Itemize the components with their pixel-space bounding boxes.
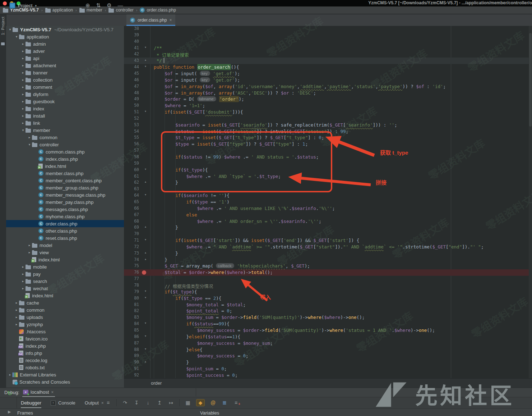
locate-icon[interactable]: ⊕ (85, 2, 90, 9)
code-line-56[interactable]: 56 $type = isset($_GET["type"]) ? $_GET[… (124, 141, 532, 147)
chevron-collapsed-icon[interactable]: ▸ (20, 56, 26, 60)
code-line-85[interactable]: 85 $money_success = $order->field('SUM(q… (124, 327, 532, 334)
chevron-collapsed-icon[interactable]: ▸ (14, 301, 19, 305)
rerun-icon[interactable]: ↻ (7, 390, 12, 397)
tree-item--htaccess[interactable]: .htaccess (6, 328, 124, 335)
code-line-40[interactable]: 40 (124, 38, 532, 45)
tree-item-controller[interactable]: ▾controller (6, 141, 124, 148)
code-line-54[interactable]: 54 $status = isset($_GET["status"]) ? in… (124, 128, 532, 135)
line-number[interactable]: 61 (124, 174, 139, 179)
tree-item-model[interactable]: ▸model (6, 242, 124, 249)
code-line-62[interactable]: 62▴ } (124, 179, 532, 186)
tree-item-view[interactable]: ▸view (6, 249, 124, 256)
tree-item-index-php[interactable]: index.php (6, 342, 124, 349)
line-number[interactable]: 51 (124, 109, 139, 114)
code-line-82[interactable]: 82 $point_total = 0; (124, 308, 532, 314)
code-line-47[interactable]: 47 $of = in_array($of, array('id','usern… (124, 83, 532, 90)
code-line-92[interactable]: 92 $point_success = 0; (124, 372, 532, 378)
tree-item-index[interactable]: ▸index (6, 105, 124, 112)
settings-gear-icon[interactable]: ⚙ (107, 2, 111, 9)
chevron-collapsed-icon[interactable]: ▸ (20, 107, 26, 110)
add-watch-icon[interactable]: ≡+ (233, 400, 239, 406)
tree-item-api[interactable]: ▸api (6, 55, 124, 62)
code-line-45[interactable]: 45 $of = input( key: 'get.of'); (124, 70, 532, 77)
chevron-expanded-icon[interactable]: ▾ (27, 143, 32, 146)
chevron-expanded-icon[interactable]: ▾ (14, 35, 19, 38)
tree-item-yzmcms-v5-7[interactable]: ▾YzmCMS-V5.7~/Downloads/YzmCMS-V5.7 (6, 26, 124, 33)
code-line-89[interactable]: 89 $money_success = 0; (124, 353, 532, 359)
step-out-icon[interactable]: ↥ (156, 400, 163, 406)
tree-item-member-class-php[interactable]: Cmember.class.php (6, 170, 124, 177)
line-number[interactable]: 87 (124, 340, 139, 346)
step-into-icon[interactable]: ↧ (133, 400, 140, 406)
line-number[interactable]: 52 (124, 116, 139, 121)
line-number[interactable]: 68 (124, 219, 139, 224)
line-number[interactable]: 63 (124, 186, 139, 191)
line-number[interactable]: 40 (124, 39, 139, 44)
tree-item-yzmphp[interactable]: ▸yzmphp (6, 321, 124, 328)
line-number[interactable]: 80 (124, 296, 139, 301)
tree-item-reset-class-php[interactable]: Creset.class.php (6, 234, 124, 242)
code-line-50[interactable]: 50 $where = '1=1'; (124, 102, 532, 109)
close-tab-icon[interactable]: × (101, 401, 104, 406)
code-line-42[interactable]: 42 * 订单记录搜索 (124, 51, 532, 58)
line-number[interactable]: 57 (124, 148, 139, 153)
chevron-collapsed-icon[interactable]: ▸ (20, 100, 26, 103)
line-number[interactable]: 49 (124, 96, 139, 101)
line-number[interactable]: 44 (124, 64, 139, 69)
code-line-44[interactable]: 44▾ public function order_search(){ (124, 64, 532, 70)
line-number[interactable]: 78 (124, 283, 139, 288)
line-number[interactable]: 88 (124, 347, 139, 352)
project-panel-selector[interactable]: Project ▾ (9, 3, 37, 9)
chevron-expanded-icon[interactable]: ▾ (8, 28, 13, 31)
line-number[interactable]: 86 (124, 334, 139, 339)
chevron-collapsed-icon[interactable]: ▸ (27, 136, 32, 139)
code-line-70[interactable]: 70 (124, 231, 532, 237)
code-editor[interactable]: 38394041▾ /**42 * 订单记录搜索43▴ */44▾ public… (124, 26, 532, 378)
code-line-58[interactable]: 58 if($status != 99) $where .= ' AND sta… (124, 154, 532, 160)
tree-item-member[interactable]: ▾member (6, 127, 124, 134)
line-number[interactable]: 38 (124, 26, 139, 31)
line-number[interactable]: 43 (124, 58, 139, 63)
tree-item-install[interactable]: ▸install (6, 112, 124, 119)
chevron-collapsed-icon[interactable]: ▸ (14, 308, 19, 312)
line-number[interactable]: 66 (124, 206, 139, 211)
code-line-72[interactable]: 72 $where .= " AND `addtime` >= '".strto… (124, 244, 532, 250)
chevron-collapsed-icon[interactable]: ▸ (20, 42, 26, 46)
line-number[interactable]: 84 (124, 321, 139, 326)
code-line-59[interactable]: 59 (124, 160, 532, 167)
line-number[interactable]: 65 (124, 199, 139, 204)
line-number[interactable]: 90 (124, 360, 139, 365)
tree-item-member-pay-class-php[interactable]: Cmember_pay.class.php (6, 198, 124, 206)
tree-item-banner[interactable]: ▸banner (6, 69, 124, 76)
chevron-collapsed-icon[interactable]: ▸ (20, 265, 26, 269)
close-session-icon[interactable]: × (51, 390, 54, 395)
tab-order-class-php[interactable]: C order.class.php × (126, 14, 175, 26)
code-line-77[interactable]: 77 (124, 276, 532, 282)
chevron-expanded-icon[interactable]: ▾ (20, 128, 26, 132)
code-line-64[interactable]: 64▾ if($searinfo != ''){ (124, 192, 532, 199)
line-number[interactable]: 82 (124, 308, 139, 313)
line-number[interactable]: 69 (124, 225, 139, 230)
tree-item-admin[interactable]: ▸admin (6, 40, 124, 47)
tree-item-common-class-php[interactable]: Ccommon.class.php (6, 148, 124, 155)
tree-item-link[interactable]: ▸link (6, 119, 124, 127)
code-line-87[interactable]: 87 $money_success = $money_sum; (124, 340, 532, 347)
line-number[interactable]: 83 (124, 315, 139, 320)
tree-item-wechat[interactable]: ▸wechat (6, 285, 124, 292)
line-number[interactable]: 58 (124, 154, 139, 159)
line-number[interactable]: 74 (124, 257, 139, 262)
line-number[interactable]: 67 (124, 212, 139, 217)
debug-session-tab[interactable]: P localhost × (22, 389, 55, 397)
line-number[interactable]: 89 (124, 353, 139, 358)
debug-tab-output[interactable]: Output× (85, 397, 104, 408)
tree-item-favicon-ico[interactable]: favicon.ico (6, 335, 124, 342)
code-line-41[interactable]: 41▾ /** (124, 45, 532, 51)
tree-item-common[interactable]: ▸common (6, 306, 124, 314)
chevron-collapsed-icon[interactable]: ▸ (20, 85, 26, 89)
tree-item-order-class-php[interactable]: Corder.class.php (6, 220, 124, 227)
code-line-88[interactable]: 88▾ }else{ (124, 347, 532, 353)
tree-item-index-html[interactable]: index.html (6, 292, 124, 299)
code-line-78[interactable]: 78 // 根据充值类型分情况 (124, 282, 532, 289)
chevron-collapsed-icon[interactable]: ▸ (20, 114, 26, 118)
